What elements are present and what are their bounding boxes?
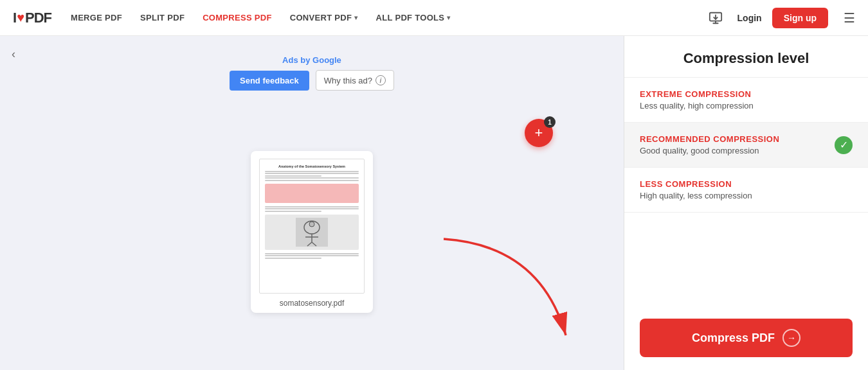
extreme-compression-title: EXTREME COMPRESSION [640, 89, 754, 99]
download-icon[interactable] [704, 6, 727, 30]
all-tools-dropdown-arrow: ▾ [447, 14, 450, 21]
nav-merge-pdf[interactable]: MERGE PDF [71, 13, 122, 22]
ads-section: Ads by Google Send feedback Why this ad?… [230, 55, 394, 91]
less-compression-title: LESS COMPRESSION [640, 179, 752, 189]
why-this-ad-button[interactable]: Why this ad? i [316, 70, 394, 91]
recommended-compression-desc: Good quality, good compression [640, 146, 779, 155]
convert-dropdown-arrow: ▾ [354, 14, 357, 21]
recommended-compression-option[interactable]: RECOMMENDED COMPRESSION Good quality, go… [624, 123, 868, 168]
arrow-svg [424, 233, 592, 348]
left-panel: ‹ Ads by Google Send feedback Why this a… [0, 36, 624, 370]
svg-point-9 [309, 222, 314, 227]
pdf-thumbnail: Anatomy of the Somatosensory System [259, 159, 365, 294]
compress-btn-arrow-icon: → [782, 329, 800, 347]
hamburger-menu-icon[interactable]: ☰ [844, 10, 855, 26]
main-content: ‹ Ads by Google Send feedback Why this a… [0, 36, 868, 370]
nav-links: MERGE PDF SPLIT PDF COMPRESS PDF CONVERT… [71, 13, 704, 22]
selected-check-icon: ✓ [835, 136, 853, 154]
nav-convert-pdf[interactable]: CONVERT PDF ▾ [290, 13, 358, 22]
extreme-compression-desc: Less quality, high compression [640, 101, 754, 110]
extreme-compression-option[interactable]: EXTREME COMPRESSION Less quality, high c… [624, 78, 868, 123]
file-count-badge: 1 [544, 116, 556, 128]
arrow-indicator [424, 233, 592, 351]
ads-controls: Send feedback Why this ad? i [230, 70, 394, 91]
pdf-filename: somatosensory.pdf [280, 299, 345, 308]
add-file-button[interactable]: 1 + [525, 119, 553, 147]
pdf-title: Anatomy of the Somatosensory System [265, 164, 359, 168]
nav-split-pdf[interactable]: SPLIT PDF [140, 13, 185, 22]
recommended-compression-title: RECOMMENDED COMPRESSION [640, 134, 779, 144]
right-panel: Compression level EXTREME COMPRESSION Le… [624, 36, 868, 370]
navbar: I ♥ PDF MERGE PDF SPLIT PDF COMPRESS PDF… [0, 0, 868, 36]
login-button[interactable]: Login [737, 13, 762, 23]
nav-compress-pdf[interactable]: COMPRESS PDF [203, 13, 272, 22]
less-compression-desc: High quality, less compression [640, 191, 752, 200]
info-icon: i [375, 75, 386, 85]
send-feedback-button[interactable]: Send feedback [230, 71, 309, 91]
pdf-card: Anatomy of the Somatosensory System [251, 151, 373, 313]
panel-title: Compression level [624, 36, 868, 78]
nav-all-tools[interactable]: ALL PDF TOOLS ▾ [376, 13, 451, 22]
ads-by-google-label: Ads by Google [282, 55, 341, 65]
logo[interactable]: I ♥ PDF [13, 10, 51, 26]
signup-button[interactable]: Sign up [772, 8, 828, 28]
compress-pdf-button[interactable]: Compress PDF → [640, 319, 853, 357]
compression-options: EXTREME COMPRESSION Less quality, high c… [624, 78, 868, 306]
file-area: Anatomy of the Somatosensory System [13, 106, 611, 357]
nav-right: Login Sign up ☰ [704, 6, 855, 30]
back-button[interactable]: ‹ [12, 48, 15, 61]
compress-button-area: Compress PDF → [624, 306, 868, 370]
less-compression-option[interactable]: LESS COMPRESSION High quality, less comp… [624, 168, 868, 213]
